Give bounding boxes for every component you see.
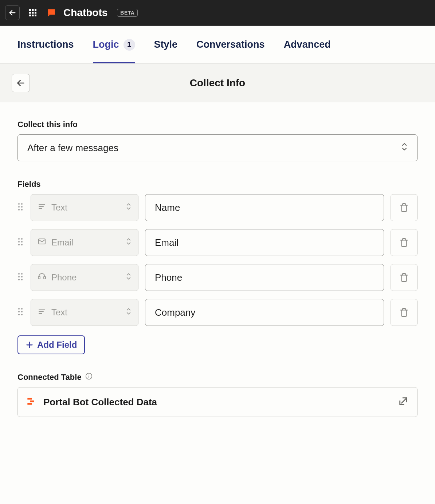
svg-point-14 bbox=[21, 203, 23, 205]
select-value: After a few messages bbox=[27, 142, 118, 154]
drag-handle-icon[interactable] bbox=[17, 307, 24, 318]
top-header: Chatbots BETA bbox=[0, 0, 435, 26]
svg-point-37 bbox=[18, 308, 20, 310]
svg-point-50 bbox=[89, 374, 89, 375]
field-name-input[interactable] bbox=[145, 194, 384, 221]
back-button[interactable] bbox=[5, 5, 20, 20]
tab-label: Advanced bbox=[284, 39, 331, 50]
tab-advanced[interactable]: Advanced bbox=[284, 26, 331, 63]
tab-label: Conversations bbox=[196, 39, 265, 50]
svg-rect-10 bbox=[48, 9, 55, 15]
external-link-icon bbox=[398, 396, 408, 408]
svg-point-15 bbox=[18, 206, 20, 208]
svg-point-16 bbox=[21, 206, 23, 208]
svg-rect-8 bbox=[32, 15, 34, 16]
svg-point-17 bbox=[18, 209, 20, 210]
svg-rect-1 bbox=[29, 9, 31, 11]
svg-point-27 bbox=[21, 244, 23, 245]
connected-table-label-text: Connected Table bbox=[17, 373, 82, 382]
drag-handle-icon[interactable] bbox=[17, 202, 24, 213]
field-type-value: Text bbox=[51, 307, 67, 318]
field-type-value: Email bbox=[51, 237, 73, 248]
svg-point-26 bbox=[18, 244, 20, 245]
svg-point-25 bbox=[21, 241, 23, 243]
field-row: Text bbox=[17, 194, 418, 221]
field-type-select[interactable]: Text bbox=[31, 299, 138, 326]
svg-rect-51 bbox=[27, 398, 32, 400]
svg-marker-11 bbox=[48, 15, 50, 16]
apps-grid-icon[interactable] bbox=[26, 8, 39, 17]
connected-table-name: Portal Bot Collected Data bbox=[43, 397, 157, 408]
field-type-value: Text bbox=[51, 202, 67, 213]
field-type-select[interactable]: Text bbox=[31, 194, 138, 221]
logo-icon[interactable] bbox=[47, 8, 56, 17]
info-icon[interactable] bbox=[85, 373, 93, 382]
chevron-up-down-icon bbox=[126, 237, 132, 248]
chevron-up-down-icon bbox=[126, 202, 132, 213]
tabs-bar: Instructions Logic 1 Style Conversations… bbox=[0, 26, 435, 64]
svg-point-38 bbox=[21, 308, 23, 310]
svg-point-23 bbox=[21, 238, 23, 240]
field-type-select[interactable]: Email bbox=[31, 229, 138, 256]
drag-handle-icon[interactable] bbox=[17, 272, 24, 283]
svg-rect-9 bbox=[35, 15, 36, 16]
tab-badge: 1 bbox=[124, 39, 135, 51]
tab-logic[interactable]: Logic 1 bbox=[93, 26, 135, 63]
svg-line-54 bbox=[401, 398, 407, 403]
svg-rect-5 bbox=[32, 12, 34, 14]
trash-icon bbox=[399, 273, 409, 282]
tab-style[interactable]: Style bbox=[154, 26, 178, 63]
svg-rect-2 bbox=[32, 9, 34, 11]
svg-point-31 bbox=[18, 276, 20, 277]
sub-header: Collect Info bbox=[0, 64, 435, 102]
arrow-left-icon bbox=[8, 9, 16, 17]
fields-list: Text Email bbox=[17, 194, 418, 326]
field-type-select[interactable]: Phone bbox=[31, 264, 138, 291]
svg-rect-36 bbox=[44, 276, 46, 279]
drag-handle-icon[interactable] bbox=[17, 237, 24, 248]
tab-label: Instructions bbox=[17, 39, 74, 50]
app-title: Chatbots bbox=[63, 7, 107, 19]
plus-icon bbox=[26, 341, 34, 349]
page-title: Collect Info bbox=[190, 77, 245, 89]
collect-info-label: Collect this info bbox=[17, 120, 418, 129]
chevron-up-down-icon bbox=[126, 307, 132, 318]
chevron-up-down-icon bbox=[401, 142, 408, 154]
field-row: Phone bbox=[17, 264, 418, 291]
connected-table-button[interactable]: Portal Bot Collected Data bbox=[17, 387, 418, 417]
field-row: Text bbox=[17, 299, 418, 326]
tab-label: Style bbox=[154, 39, 178, 50]
svg-point-22 bbox=[18, 238, 20, 240]
field-name-input[interactable] bbox=[145, 299, 384, 326]
trash-icon bbox=[399, 238, 409, 247]
delete-field-button[interactable] bbox=[391, 229, 418, 256]
connected-table-label: Connected Table bbox=[17, 373, 418, 382]
field-name-input[interactable] bbox=[145, 264, 384, 291]
svg-rect-7 bbox=[29, 15, 31, 16]
svg-point-13 bbox=[18, 203, 20, 205]
collect-timing-select[interactable]: After a few messages bbox=[17, 134, 418, 161]
tab-conversations[interactable]: Conversations bbox=[196, 26, 265, 63]
arrow-left-icon bbox=[16, 78, 26, 88]
svg-rect-6 bbox=[35, 12, 36, 14]
field-row: Email bbox=[17, 229, 418, 256]
delete-field-button[interactable] bbox=[391, 194, 418, 221]
svg-point-32 bbox=[21, 276, 23, 277]
add-field-button[interactable]: Add Field bbox=[17, 335, 85, 354]
delete-field-button[interactable] bbox=[391, 299, 418, 326]
text-icon bbox=[38, 202, 46, 213]
svg-point-33 bbox=[18, 279, 20, 280]
svg-point-18 bbox=[21, 209, 23, 210]
svg-rect-52 bbox=[30, 401, 34, 402]
chevron-up-down-icon bbox=[126, 272, 132, 283]
sub-back-button[interactable] bbox=[12, 74, 30, 92]
svg-point-24 bbox=[18, 241, 20, 243]
svg-rect-4 bbox=[29, 12, 31, 14]
tab-instructions[interactable]: Instructions bbox=[17, 26, 74, 63]
field-name-input[interactable] bbox=[145, 229, 384, 256]
svg-point-42 bbox=[21, 314, 23, 315]
fields-label: Fields bbox=[17, 180, 418, 189]
text-icon bbox=[38, 307, 46, 318]
delete-field-button[interactable] bbox=[391, 264, 418, 291]
svg-point-39 bbox=[18, 311, 20, 312]
